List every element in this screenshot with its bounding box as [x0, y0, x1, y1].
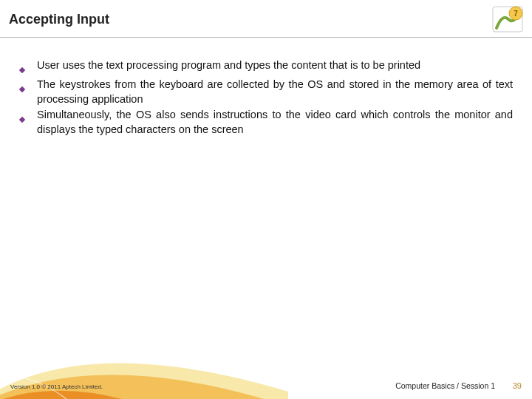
- brand-logo: 7: [492, 6, 523, 33]
- diamond-bullet-icon: [19, 112, 25, 126]
- svg-rect-3: [19, 67, 25, 73]
- svg-rect-5: [19, 117, 25, 123]
- content-area: User uses the text processing program an…: [0, 38, 532, 137]
- bullet-list: User uses the text processing program an…: [19, 58, 513, 137]
- page-title: Accepting Input: [9, 12, 109, 27]
- list-item: The keystrokes from the keyboard are col…: [19, 78, 513, 106]
- svg-rect-4: [19, 86, 25, 92]
- diamond-bullet-icon: [19, 82, 25, 95]
- bullet-text: The keystrokes from the keyboard are col…: [37, 78, 513, 106]
- bullet-text: User uses the text processing program an…: [37, 58, 420, 73]
- diamond-bullet-icon: [19, 63, 25, 76]
- footer: Version 1.0 © 2011 Aptech Limited. Compu…: [0, 365, 532, 399]
- version-text: Version 1.0 © 2011 Aptech Limited.: [10, 383, 103, 390]
- title-bar: Accepting Input 7: [0, 0, 532, 38]
- page-number: 39: [513, 381, 522, 390]
- list-item: Simultaneously, the OS also sends instru…: [19, 108, 513, 137]
- svg-text:7: 7: [514, 10, 518, 18]
- list-item: User uses the text processing program an…: [19, 58, 513, 76]
- bullet-text: Simultaneously, the OS also sends instru…: [37, 108, 513, 137]
- breadcrumb: Computer Basics / Session 1: [395, 381, 495, 390]
